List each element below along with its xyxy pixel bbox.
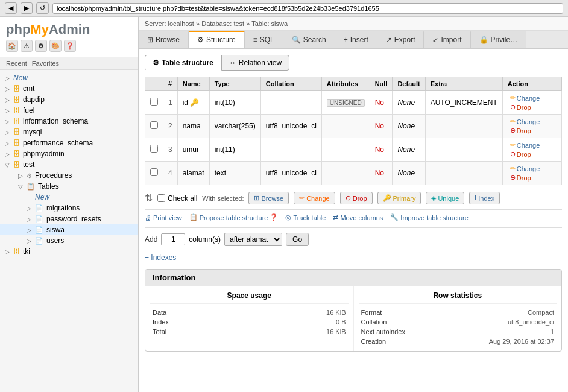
tab-export[interactable]: ↗ Export: [377, 31, 424, 48]
information-title: Information: [145, 270, 561, 286]
index-action-icon: Ⅰ: [475, 194, 476, 202]
sidebar-new-item[interactable]: ▷ New: [0, 72, 138, 83]
unique-action-icon: ◈: [431, 194, 436, 202]
print-view-link[interactable]: 🖨 Print view: [145, 214, 182, 221]
column-position-select[interactable]: after alamat after id after nama after u…: [224, 233, 282, 246]
row-checkbox-id[interactable]: [150, 98, 158, 106]
check-all-label[interactable]: Check all: [157, 194, 197, 203]
tab-insert[interactable]: + Insert: [335, 31, 377, 48]
space-total-row: Total 16 KiB: [150, 327, 349, 337]
sub-tab-table-structure[interactable]: ⚙ Table structure: [145, 55, 221, 71]
primary-action-icon: 🔑: [383, 194, 391, 202]
forward-button[interactable]: ▶: [21, 2, 33, 14]
action-change-btn[interactable]: ✏ Change: [294, 192, 335, 204]
favorites-link[interactable]: Favorites: [32, 60, 59, 67]
print-icon: 🖨: [145, 214, 151, 221]
tab-import[interactable]: ↙ Import: [424, 31, 470, 48]
tab-structure[interactable]: ⚙ Structure: [189, 31, 245, 48]
tab-browse[interactable]: ⊞ Browse: [139, 31, 189, 48]
table-users: users: [46, 236, 64, 245]
table-siswa: siswa: [46, 226, 65, 234]
refresh-button[interactable]: ↺: [36, 2, 49, 14]
sidebar-item-cmt[interactable]: ▷ 🗄 cmt: [0, 83, 138, 94]
drop-btn-alamat[interactable]: ⊖ Drop: [508, 173, 534, 182]
back-button[interactable]: ◀: [5, 2, 17, 14]
sidebar-item-fuel[interactable]: ▷ 🗄 fuel: [0, 105, 138, 116]
check-all-checkbox[interactable]: [157, 194, 165, 202]
sidebar-item-performance-schema[interactable]: ▷ 🗄 performance_schema: [0, 138, 138, 148]
row-attr-nama: [321, 115, 370, 138]
sidebar-tables-new[interactable]: New: [0, 192, 138, 203]
db-icon: 🗄: [13, 248, 20, 255]
sidebar-item-information-schema[interactable]: ▷ 🗄 information_schema: [0, 116, 138, 127]
change-btn-nama[interactable]: ✏ Change: [508, 117, 543, 126]
row-checkbox-umur[interactable]: [150, 145, 158, 153]
sidebar-item-migrations[interactable]: ▷ 📄 migrations: [0, 203, 138, 213]
action-browse-label: Browse: [261, 195, 283, 202]
change-btn-alamat[interactable]: ✏ Change: [508, 164, 543, 173]
change-btn-umur[interactable]: ✏ Change: [508, 141, 543, 150]
sort-icon[interactable]: ⇅: [145, 192, 153, 204]
action-drop-btn[interactable]: ⊖ Drop: [340, 192, 373, 204]
row-checkbox-nama[interactable]: [150, 121, 158, 129]
help-icon[interactable]: ❓: [64, 40, 76, 52]
table-row: 1 id 🔑 int(10) UNSIGNED No None AUTO_INC…: [145, 91, 562, 115]
sidebar-item-tki[interactable]: ▷ 🗄 tki: [0, 246, 138, 257]
row-extra-umur: [425, 138, 502, 162]
action-unique-btn[interactable]: ◈ Unique: [426, 192, 464, 204]
action-browse-btn[interactable]: ⊞ Browse: [248, 192, 289, 204]
drop-btn-id[interactable]: ⊖ Drop: [508, 103, 534, 112]
drop-btn-umur[interactable]: ⊖ Drop: [508, 150, 534, 159]
alert-icon[interactable]: ⚠: [21, 40, 33, 52]
add-label: Add: [145, 235, 157, 244]
sidebar-item-dapdip[interactable]: ▷ 🗄 dapdip: [0, 94, 138, 105]
improve-structure-link[interactable]: 🔧 Improve table structure: [390, 213, 469, 221]
url-bar[interactable]: [52, 3, 563, 14]
col-type: Type: [209, 77, 260, 91]
sidebar-item-users[interactable]: ▷ 📄 users: [0, 235, 138, 246]
recent-link[interactable]: Recent: [6, 60, 27, 67]
propose-structure-link[interactable]: 📋 Propose table structure ❓: [189, 213, 279, 221]
drop-action-icon: ⊖: [346, 194, 351, 202]
sidebar-procedures[interactable]: ▷ ⚙ Procedures: [0, 170, 138, 181]
sub-tab-structure-label: Table structure: [162, 58, 213, 67]
tab-browse-label: Browse: [156, 36, 180, 44]
table-row: 2 nama varchar(255) utf8_unicode_ci No N…: [145, 115, 562, 138]
drop-btn-nama[interactable]: ⊖ Drop: [508, 126, 534, 135]
action-primary-btn[interactable]: 🔑 Primary: [377, 192, 421, 204]
search-icon: 🔍: [292, 36, 301, 44]
action-unique-label: Unique: [438, 195, 459, 202]
tab-privileges[interactable]: 🔒 Privile…: [471, 31, 527, 48]
indexes-link[interactable]: + Indexes: [145, 251, 562, 264]
space-data-value: 16 KiB: [326, 309, 346, 316]
go-button[interactable]: Go: [286, 233, 309, 246]
sidebar-item-siswa[interactable]: ▷ 📄 siswa: [0, 224, 138, 235]
sidebar-tables-group[interactable]: ▽ 📋 Tables: [0, 181, 138, 192]
row-action-id: ✏ Change ⊖ Drop: [502, 91, 561, 115]
database-tree: ▷ New ▷ 🗄 cmt ▷ 🗄 dapdip ▷ 🗄 fuel: [0, 70, 138, 259]
home-icon[interactable]: 🏠: [6, 40, 18, 52]
move-columns-link[interactable]: ⇄ Move columns: [333, 213, 383, 221]
action-index-btn[interactable]: Ⅰ Index: [469, 192, 500, 204]
column-count-input[interactable]: [161, 233, 185, 245]
breadcrumb-server[interactable]: Server: localhost: [145, 20, 194, 27]
col-collation: Collation: [260, 77, 321, 91]
sidebar-item-phpmyadmin[interactable]: ▷ 🗄 phpmyadmin: [0, 148, 138, 159]
change-action-icon: ✏: [299, 194, 305, 202]
tab-search[interactable]: 🔍 Search: [283, 31, 335, 48]
sub-tab-relation-view[interactable]: ↔ Relation view: [221, 55, 289, 71]
breadcrumb-table[interactable]: Table: siswa: [251, 20, 288, 27]
browse-action-icon: ⊞: [254, 194, 259, 202]
tab-sql[interactable]: ≡ SQL: [245, 31, 283, 48]
sidebar-item-password-resets[interactable]: ▷ 📄 password_resets: [0, 213, 138, 224]
row-type-nama: varchar(255): [209, 115, 260, 138]
track-table-link[interactable]: ◎ Track table: [285, 213, 326, 221]
sidebar-item-test[interactable]: ▽ 🗄 test: [0, 159, 138, 170]
expand-icon: ▷: [5, 75, 11, 81]
settings-icon[interactable]: ⚙: [35, 40, 47, 52]
sidebar-item-mysql[interactable]: ▷ 🗄 mysql: [0, 127, 138, 138]
change-btn-id[interactable]: ✏ Change: [508, 93, 543, 103]
theme-icon[interactable]: 🎨: [49, 40, 62, 52]
breadcrumb-database[interactable]: Database: test: [201, 20, 244, 27]
row-checkbox-alamat[interactable]: [150, 168, 158, 176]
